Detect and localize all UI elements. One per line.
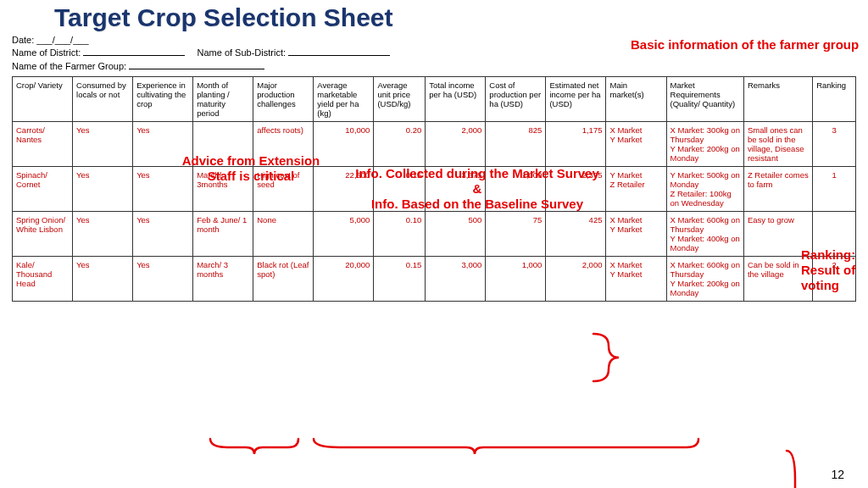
cell-consumed: Yes xyxy=(73,212,133,257)
cell-yield: 20,000 xyxy=(314,257,374,302)
cell-crop: Spinach/ Cornet xyxy=(13,167,73,212)
cell-rank: 2 xyxy=(813,257,856,302)
cell-req: Y Market: 500kg on MondayZ Retailer: 100… xyxy=(666,167,743,212)
col-experience: Experience in cultivating the crop xyxy=(133,77,193,122)
cell-yield: 5,000 xyxy=(314,212,374,257)
date-label: Date: xyxy=(12,34,34,47)
brace-advice-icon xyxy=(210,439,298,454)
cell-remarks: Z Retailer comes to farm xyxy=(743,167,812,212)
cell-consumed: Yes xyxy=(73,122,133,167)
cell-crop: Spring Onion/ White Lisbon xyxy=(13,212,73,257)
col-net: Estimated net income per ha (USD) xyxy=(546,77,606,122)
cell-markets: Y MarketZ Retailer xyxy=(606,167,666,212)
cell-price: 0.15 xyxy=(374,257,426,302)
cell-cost: 1,000 xyxy=(486,257,546,302)
subdistrict-label: Name of Sub-District: xyxy=(197,47,286,59)
cell-price: 0.15 xyxy=(374,167,426,212)
cell-remarks: Small ones can be sold in the village, D… xyxy=(743,122,812,167)
col-ranking: Ranking xyxy=(813,77,856,122)
cell-remarks: Easy to grow xyxy=(743,212,812,257)
cell-price: 0.20 xyxy=(374,122,426,167)
col-markets: Main market(s) xyxy=(606,77,666,122)
group-label: Name of the Farmer Group: xyxy=(12,60,126,73)
cell-price: 0.10 xyxy=(374,212,426,257)
cell-markets: X MarketY Market xyxy=(606,257,666,302)
cell-income: 2,000 xyxy=(426,122,486,167)
cell-cost: 75 xyxy=(486,212,546,257)
cell-net: 425 xyxy=(546,212,606,257)
cell-experience: Yes xyxy=(133,122,193,167)
brace-survey-icon xyxy=(314,439,698,454)
cell-month: March/ 3 months xyxy=(193,257,253,302)
col-remarks: Remarks xyxy=(743,77,812,122)
table-row: Kale/ Thousand HeadYesYesMarch/ 3 months… xyxy=(13,257,856,302)
cell-rank xyxy=(813,212,856,257)
col-req: Market Requirements (Quality/ Quantity) xyxy=(666,77,743,122)
brace-basic-info-icon xyxy=(593,334,619,381)
cell-req: X Market: 300kg on ThursdayY Market: 200… xyxy=(666,122,743,167)
page-title: Target Crop Selection Sheet xyxy=(0,0,868,32)
brace-decorations xyxy=(0,302,868,488)
cell-challenges: Black rot (Leaf spot) xyxy=(253,257,314,302)
table-row: Spinach/ CornetYesYesMarch/ 3monthsHigh … xyxy=(13,167,856,212)
cell-net: 2,000 xyxy=(546,257,606,302)
cell-consumed: Yes xyxy=(73,257,133,302)
cell-challenges: High cost of seed xyxy=(253,167,314,212)
cell-income: 3,375 xyxy=(426,167,486,212)
cell-net: 1,175 xyxy=(546,122,606,167)
col-challenges: Major production challenges xyxy=(253,77,314,122)
col-month: Month of planting / maturity period xyxy=(193,77,253,122)
cell-experience: Yes xyxy=(133,167,193,212)
col-consumed: Consumed by locals or not xyxy=(73,77,133,122)
brace-ranking-icon xyxy=(787,451,804,488)
cell-cost: 825 xyxy=(486,122,546,167)
table-row: Spring Onion/ White LisbonYesYesFeb & Ju… xyxy=(13,212,856,257)
cell-income: 500 xyxy=(426,212,486,257)
subdistrict-field xyxy=(288,47,390,56)
cell-month xyxy=(193,122,253,167)
col-price: Average unit price (USD/kg) xyxy=(374,77,426,122)
page-number: 12 xyxy=(831,468,844,481)
cell-challenges: None xyxy=(253,212,314,257)
district-label: Name of District: xyxy=(12,47,81,59)
cell-experience: Yes xyxy=(133,257,193,302)
cell-markets: X MarketY Market xyxy=(606,122,666,167)
date-value: ___/___/___ xyxy=(36,34,88,47)
col-cost: Cost of production per ha (USD) xyxy=(486,77,546,122)
cell-rank: 3 xyxy=(813,122,856,167)
group-field xyxy=(129,61,264,69)
district-field xyxy=(83,47,185,56)
col-yield: Average marketable yield per ha (kg) xyxy=(314,77,374,122)
cell-markets: X MarketY Market xyxy=(606,212,666,257)
table-header-row: Crop/ Variety Consumed by locals or not … xyxy=(13,77,856,122)
cell-crop: Kale/ Thousand Head xyxy=(13,257,73,302)
cell-req: X Market: 600kg on ThursdayY Market: 400… xyxy=(666,212,743,257)
cell-consumed: Yes xyxy=(73,167,133,212)
cell-income: 3,000 xyxy=(426,257,486,302)
cell-rank: 1 xyxy=(813,167,856,212)
cell-remarks: Can be sold in the village xyxy=(743,257,812,302)
col-income: Total income per ha (USD) xyxy=(426,77,486,122)
col-crop: Crop/ Variety xyxy=(13,77,73,122)
cell-month: Feb & June/ 1 month xyxy=(193,212,253,257)
cell-yield: 22,500 xyxy=(314,167,374,212)
cell-net: 2,375 xyxy=(546,167,606,212)
header-meta: Date: ___/___/___ Name of District: Name… xyxy=(0,32,868,76)
cell-crop: Carrots/ Nantes xyxy=(13,122,73,167)
cell-challenges: affects roots) xyxy=(253,122,314,167)
cell-req: X Market: 600kg on ThursdayY Market: 200… xyxy=(666,257,743,302)
crop-table: Crop/ Variety Consumed by locals or not … xyxy=(12,76,856,302)
table-row: Carrots/ NantesYesYesaffects roots)10,00… xyxy=(13,122,856,167)
cell-cost: 1,000 xyxy=(486,167,546,212)
cell-yield: 10,000 xyxy=(314,122,374,167)
cell-experience: Yes xyxy=(133,212,193,257)
cell-month: March/ 3months xyxy=(193,167,253,212)
